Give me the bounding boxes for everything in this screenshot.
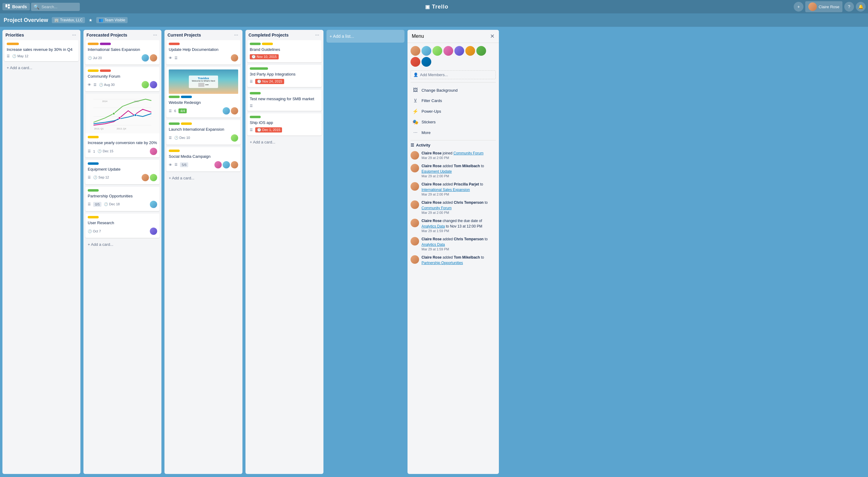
- activity-link[interactable]: Partnership Opportunities: [422, 261, 463, 265]
- card-f6[interactable]: User Research 🕐 Oct 7: [85, 213, 160, 238]
- avatar: [150, 174, 157, 181]
- card-label: [262, 43, 273, 45]
- add-members-label: Add Members...: [420, 72, 448, 77]
- checklist-count: 1: [93, 150, 95, 153]
- card-label: [88, 189, 99, 191]
- card-cp3[interactable]: Test new messaging for SMB market ☰: [247, 90, 321, 111]
- checklist-icon: ☰: [88, 202, 91, 206]
- card-label: [169, 150, 180, 152]
- card-label: [169, 96, 180, 98]
- card-title: Increase sales revenue by 30% in Q4: [7, 47, 76, 52]
- card-avatars: [142, 174, 157, 181]
- card-title: Launch International Expansion: [169, 127, 238, 132]
- card-labels: [250, 92, 319, 94]
- add-card-forecasted[interactable]: + Add a card...: [85, 240, 160, 248]
- checklist-icon: ☰: [250, 104, 253, 108]
- card-avatars: [150, 228, 157, 235]
- avatar: [223, 161, 230, 169]
- activity-link[interactable]: Community Forum: [422, 206, 452, 210]
- card-avatars: [150, 148, 157, 155]
- card-f5[interactable]: Partnership Opportunities ☰ 0/5 🕐 Dec 18: [85, 187, 160, 211]
- menu-close-button[interactable]: ✕: [490, 33, 495, 39]
- card-labels: [169, 96, 238, 98]
- column-menu-current[interactable]: ···: [233, 32, 239, 38]
- due-badge-red: 🕐 Nov 10, 2015: [250, 54, 279, 59]
- card-c1[interactable]: Update Help Documentation 👁 ☰: [166, 40, 241, 65]
- checklist-icon: ☰: [88, 149, 91, 153]
- menu-item-label: More: [422, 130, 431, 135]
- activity-label: Activity: [416, 143, 430, 147]
- column-menu-completed[interactable]: ···: [314, 32, 320, 38]
- due-date: 🕐 May 12: [12, 54, 28, 58]
- card-avatars: [223, 107, 238, 115]
- due-date: 🕐 Sep 12: [93, 175, 109, 179]
- card-title: Partnership Opportunities: [88, 193, 157, 199]
- more-icon: ···: [412, 130, 418, 135]
- column-cards-priorities: Increase sales revenue by 30% in Q4 ☰ 🕐 …: [2, 40, 81, 474]
- search-input[interactable]: [41, 5, 78, 9]
- card-meta: 🕐 Oct 7: [88, 228, 157, 235]
- board-title: Project Overview: [4, 17, 48, 24]
- user-menu-button[interactable]: Claire Rose: [805, 1, 842, 12]
- column-priorities: Priorities ··· Increase sales revenue by…: [2, 30, 81, 474]
- add-card-priorities[interactable]: + Add a card...: [4, 64, 79, 72]
- card-f3-chart[interactable]: 2013, Q1 2013, Q4 2014 2015 Increase yea…: [85, 94, 160, 157]
- board-org[interactable]: 🏢 Travidux, LLC: [52, 17, 85, 23]
- card-c2[interactable]: Travidux Welcome to What's Next ●●● Webs…: [166, 67, 241, 118]
- add-button[interactable]: +: [794, 2, 803, 11]
- column-menu-forecasted[interactable]: ···: [152, 32, 158, 38]
- add-card-current[interactable]: + Add a card...: [166, 174, 241, 182]
- menu-item-more[interactable]: ··· More: [410, 127, 496, 138]
- card-cp2[interactable]: 3rd Party App Integrations ☰ 🕐 Nov 24, 2…: [247, 65, 321, 87]
- activity-avatar: [410, 164, 419, 172]
- activity-icon: ☰: [410, 143, 414, 147]
- menu-item-stickers[interactable]: 🎭 Stickers: [410, 117, 496, 127]
- menu-item-filter-cards[interactable]: ⊻ Filter Cards: [410, 95, 496, 106]
- activity-link[interactable]: Community Forum: [454, 151, 484, 155]
- boards-label: Boards: [12, 4, 27, 9]
- activity-link[interactable]: Equipment Update: [422, 169, 452, 174]
- card-title: Ship iOS app: [250, 120, 319, 125]
- card-c3[interactable]: Launch International Expansion ☰ 🕐 Dec 1…: [166, 120, 241, 144]
- svg-text:2015: 2015: [134, 100, 139, 103]
- menu-avatar: [410, 46, 420, 56]
- trello-logo: ▣ Trello: [81, 4, 793, 10]
- checklist-icon: ☰: [175, 163, 178, 167]
- search-bar[interactable]: 🔍: [31, 3, 80, 11]
- menu-item-change-background[interactable]: 🖼 Change Background: [410, 85, 496, 95]
- card-label: [7, 43, 19, 45]
- card-c4[interactable]: Social Media Campaign 👁 ☰ 5/6: [166, 147, 241, 172]
- svg-point-9: [134, 114, 137, 116]
- card-f1[interactable]: International Sales Expansion 🕐 Jul 20: [85, 40, 160, 65]
- menu-item-power-ups[interactable]: ⚡ Power-Ups: [410, 106, 496, 117]
- card-labels: [169, 150, 238, 152]
- activity-link[interactable]: International Sales Expansion: [422, 188, 470, 192]
- card-title: User Research: [88, 220, 157, 226]
- avatar: [150, 228, 157, 235]
- card-f2[interactable]: Community Forum 👁 ☰ 🕐 Aug 30: [85, 67, 160, 91]
- card-title: International Sales Expansion: [88, 47, 157, 52]
- card-cp1[interactable]: Brand Guidelines 🕐 Nov 10, 2015: [247, 40, 321, 62]
- column-menu-priorities[interactable]: ···: [71, 32, 78, 38]
- boards-icon: [5, 4, 10, 9]
- notifications-button[interactable]: 🔔: [856, 2, 866, 11]
- add-list-button[interactable]: + Add a list...: [327, 30, 404, 43]
- card-avatars: [214, 161, 238, 169]
- add-members-button[interactable]: 👤 Add Members...: [410, 70, 496, 79]
- card-meta: ☰ 🕐 May 12: [7, 54, 76, 58]
- card-cp4[interactable]: Ship iOS app ☰ 🕐 Dec 1, 2015: [247, 113, 321, 136]
- card-title: Brand Guidelines: [250, 47, 319, 52]
- activity-link[interactable]: Analytics Data: [422, 242, 445, 247]
- add-card-completed[interactable]: + Add a card...: [247, 138, 321, 146]
- card-f4[interactable]: Equipment Update ☰ 🕐 Sep 12: [85, 160, 160, 184]
- card-p1[interactable]: Increase sales revenue by 30% in Q4 ☰ 🕐 …: [4, 40, 79, 61]
- activity-link[interactable]: Analytics Data: [422, 224, 445, 229]
- card-labels: [88, 136, 157, 138]
- avatar: [150, 54, 157, 62]
- help-button[interactable]: ?: [844, 2, 854, 11]
- svg-rect-1: [8, 4, 10, 6]
- column-current: Current Projects ··· Update Help Documen…: [164, 30, 242, 474]
- star-button[interactable]: ★: [89, 18, 93, 23]
- checklist-icon: ☰: [7, 54, 10, 58]
- boards-button[interactable]: Boards: [2, 3, 30, 10]
